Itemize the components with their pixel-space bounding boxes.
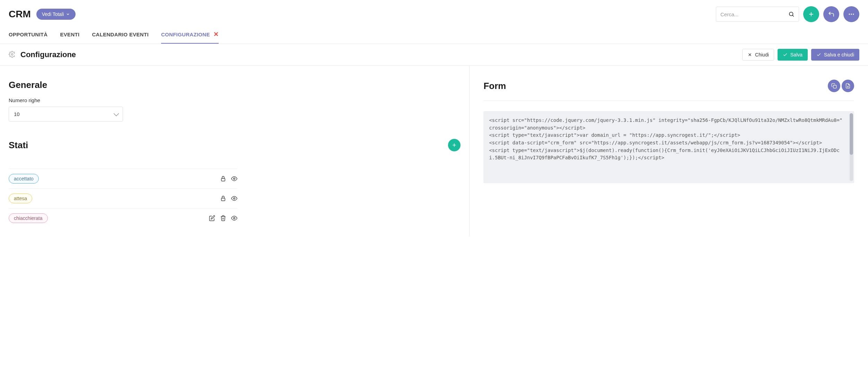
svg-point-5	[851, 14, 852, 15]
svg-point-4	[849, 14, 850, 15]
add-button[interactable]	[803, 6, 819, 22]
generale-heading: Generale	[9, 80, 461, 90]
form-code-box[interactable]: <script src="https://code.jquery.com/jqu…	[483, 111, 854, 183]
search-icon	[788, 11, 795, 17]
add-stato-button[interactable]	[448, 139, 461, 151]
stato-chip-chiacchierata[interactable]: chiacchierata	[9, 213, 48, 223]
form-heading: Form	[483, 81, 506, 91]
numero-righe-select[interactable]: 10	[9, 107, 123, 122]
page-title: Configurazione	[20, 50, 76, 59]
svg-point-15	[234, 198, 235, 199]
salva-chiudi-button[interactable]: Salva e chiudi	[811, 49, 859, 61]
svg-point-6	[853, 14, 854, 15]
copy-icon	[831, 83, 837, 89]
stato-chip-accettato[interactable]: accettato	[9, 174, 39, 184]
tab-configurazione[interactable]: CONFIGURAZIONE ✕	[161, 30, 219, 44]
svg-point-16	[234, 217, 235, 219]
lock-icon[interactable]	[220, 176, 226, 182]
stato-chip-attesa[interactable]: attesa	[9, 194, 32, 203]
tab-opportunita[interactable]: OPPORTUNITÀ	[9, 30, 47, 44]
svg-point-13	[234, 178, 235, 180]
vedi-totali-label: Vedi Totali	[42, 11, 64, 17]
more-button[interactable]	[843, 6, 859, 22]
numero-righe-label: Numero righe	[9, 97, 461, 103]
stati-heading: Stati	[9, 140, 28, 151]
edit-icon[interactable]	[209, 215, 215, 221]
plus-icon	[451, 142, 457, 148]
undo-button[interactable]	[823, 6, 839, 22]
salva-button[interactable]: Salva	[778, 49, 808, 61]
close-icon	[747, 52, 752, 57]
check-icon	[783, 52, 788, 57]
salva-chiudi-label: Salva e chiudi	[824, 52, 854, 57]
stato-row: accettato	[9, 169, 237, 188]
app-title: CRM	[9, 9, 31, 20]
search-box[interactable]	[716, 7, 799, 22]
eye-icon[interactable]	[231, 215, 237, 221]
chiudi-label: Chiudi	[755, 52, 769, 57]
form-code-content: <script src="https://code.jquery.com/jqu…	[489, 117, 849, 162]
scrollbar-thumb[interactable]	[850, 113, 853, 155]
tab-calendario[interactable]: CALENDARIO EVENTI	[92, 30, 148, 44]
check-icon	[816, 52, 821, 57]
stato-row: chiacchierata	[9, 208, 237, 228]
vedi-totali-button[interactable]: Vedi Totali	[36, 9, 76, 20]
stato-row: attesa	[9, 188, 237, 208]
copy-code-button[interactable]	[828, 80, 840, 92]
svg-line-1	[792, 15, 794, 17]
search-input[interactable]	[720, 11, 788, 17]
eye-icon[interactable]	[231, 195, 237, 202]
download-code-button[interactable]	[842, 80, 854, 92]
svg-rect-12	[221, 178, 225, 181]
svg-rect-17	[833, 85, 836, 88]
download-file-icon	[845, 83, 851, 89]
plus-icon	[808, 11, 815, 18]
close-tab-icon[interactable]: ✕	[213, 30, 219, 38]
chiudi-button[interactable]: Chiudi	[742, 49, 774, 61]
eye-icon[interactable]	[231, 176, 237, 182]
dots-icon	[848, 11, 855, 18]
tab-configurazione-label: CONFIGURAZIONE	[161, 32, 210, 37]
chevron-down-icon	[66, 12, 70, 16]
lock-icon[interactable]	[220, 195, 226, 202]
salva-label: Salva	[790, 52, 803, 57]
gear-icon	[9, 51, 16, 59]
svg-point-7	[11, 53, 13, 55]
trash-icon[interactable]	[220, 215, 226, 221]
tab-eventi[interactable]: EVENTI	[60, 30, 79, 44]
svg-rect-14	[221, 198, 225, 201]
undo-arrow-icon	[828, 11, 835, 18]
svg-point-0	[789, 12, 793, 16]
